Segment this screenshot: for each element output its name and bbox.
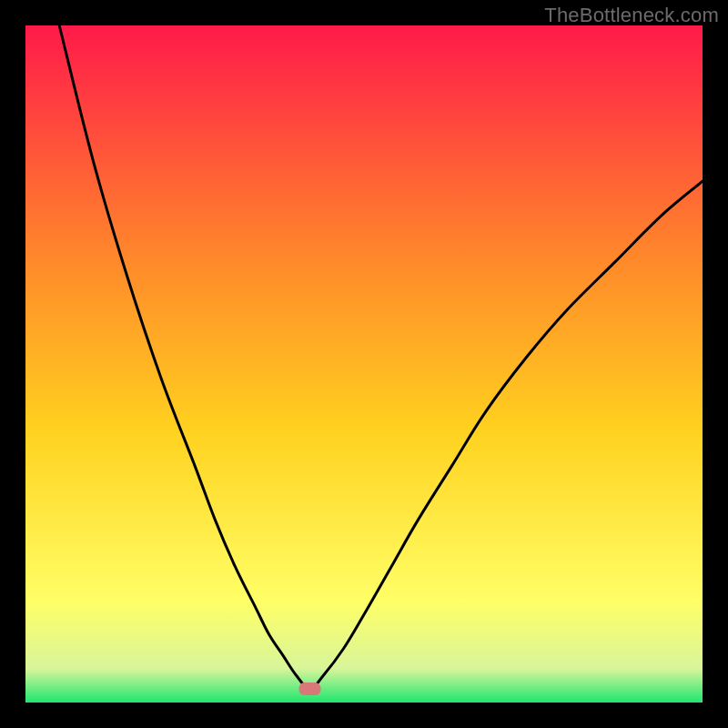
watermark-text: TheBottleneck.com	[544, 4, 719, 27]
plot-background	[25, 25, 703, 703]
chart-svg	[0, 0, 728, 728]
chart-container: TheBottleneck.com	[0, 0, 728, 728]
optimum-marker	[298, 682, 320, 695]
